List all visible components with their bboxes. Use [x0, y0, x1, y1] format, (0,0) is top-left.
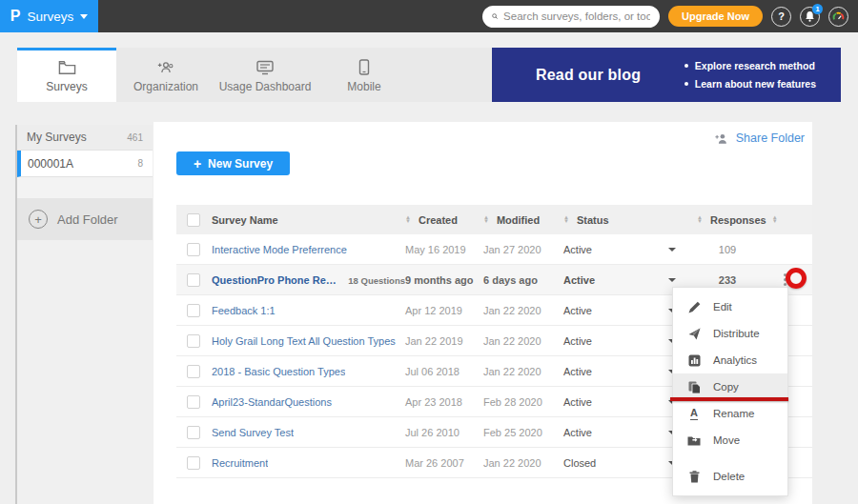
status-cell: Active	[563, 244, 668, 255]
created-cell: Apr 12 2019	[405, 305, 483, 316]
survey-name-link[interactable]: 2018 - Basic Question Types	[212, 366, 345, 377]
tab-mobile[interactable]: Mobile	[315, 48, 414, 102]
survey-name-link[interactable]: Feedback 1:1	[212, 305, 276, 316]
modified-cell: Feb 28 2020	[483, 396, 563, 408]
header-status[interactable]: Status	[563, 214, 668, 226]
table-row[interactable]: Interactive Mode Preferrence May 16 2019…	[176, 234, 812, 265]
row-checkbox[interactable]	[187, 426, 200, 439]
banner-bullets: Explore research method Learn about new …	[684, 60, 816, 90]
usage-meter-button[interactable]	[828, 7, 848, 27]
product-menu[interactable]: P Surveys	[0, 0, 98, 32]
survey-name-link[interactable]: April23-StandarQuestions	[212, 396, 332, 408]
created-cell: Jul 06 2018	[405, 366, 483, 377]
help-button[interactable]: ?	[771, 7, 791, 27]
status-cell: Active	[563, 427, 668, 438]
sort-icon[interactable]	[563, 216, 569, 223]
top-bar: P Surveys Upgrade Now ? 1	[0, 0, 858, 32]
phone-icon	[358, 59, 370, 75]
bar-chart-icon	[687, 354, 701, 367]
tab-label: Mobile	[347, 80, 380, 93]
sort-icon[interactable]	[405, 216, 411, 223]
header-responses[interactable]: Responses	[697, 214, 758, 226]
header-created[interactable]: Created	[405, 214, 483, 226]
menu-item-rename[interactable]: A Rename	[673, 400, 787, 427]
created-cell: Jul 26 2010	[405, 427, 483, 438]
menu-item-delete[interactable]: Delete	[673, 463, 787, 490]
sidebar-spacer	[17, 177, 153, 198]
survey-name-link[interactable]: Send Survey Test	[212, 427, 294, 438]
select-all-checkbox[interactable]	[187, 213, 200, 227]
survey-name-link[interactable]: QuestionPro Phone Research	[212, 274, 341, 286]
question-mark-icon: ?	[778, 10, 785, 22]
new-survey-label: New Survey	[208, 157, 273, 171]
status-cell: Active	[563, 274, 668, 286]
menu-item-distribute[interactable]: Distribute	[673, 320, 787, 347]
notifications-button[interactable]: 1	[800, 7, 820, 27]
menu-item-analytics[interactable]: Analytics	[673, 347, 787, 373]
menu-item-edit[interactable]: Edit	[673, 293, 787, 320]
created-cell: Mar 26 2007	[405, 457, 483, 469]
share-person-icon	[714, 132, 729, 145]
survey-name-link[interactable]: Interactive Mode Preferrence	[212, 244, 347, 255]
menu-item-copy[interactable]: Copy	[673, 373, 787, 400]
blog-banner[interactable]: Read our blog Explore research method Le…	[492, 48, 841, 102]
survey-name-link[interactable]: Holy Grail Long Text All Question Types	[212, 335, 396, 347]
status-dropdown-caret[interactable]	[668, 248, 676, 252]
responses-cell: 233	[697, 274, 758, 286]
header-survey-name[interactable]: Survey Name	[212, 214, 405, 226]
header-modified[interactable]: Modified	[483, 214, 563, 226]
global-search[interactable]	[482, 6, 660, 28]
new-survey-button[interactable]: + New Survey	[176, 151, 290, 175]
status-dropdown-caret[interactable]	[668, 278, 676, 282]
folder-count: 461	[127, 132, 143, 143]
share-folder-label: Share Folder	[736, 131, 805, 145]
search-input[interactable]	[503, 10, 650, 22]
status-cell: Closed	[563, 457, 668, 469]
row-checkbox[interactable]	[187, 273, 200, 287]
bullet-icon	[684, 82, 688, 86]
tab-usage-dashboard[interactable]: Usage Dashboard	[215, 48, 315, 102]
upgrade-now-button[interactable]: Upgrade Now	[668, 6, 763, 27]
row-checkbox[interactable]	[187, 456, 200, 470]
row-checkbox[interactable]	[187, 334, 200, 348]
survey-name-link[interactable]: Recruitment	[212, 457, 268, 469]
tab-label: Organization	[133, 80, 198, 93]
trash-icon	[687, 471, 701, 483]
add-people-icon	[156, 60, 175, 75]
annotation-circle-more-menu	[786, 268, 807, 289]
main-tabs: Surveys Organization Usage Dashboard Mob…	[17, 48, 492, 102]
sort-icon[interactable]	[697, 216, 703, 223]
tab-organization[interactable]: Organization	[116, 48, 215, 102]
sort-icon[interactable]	[772, 216, 778, 223]
folder-move-icon	[687, 434, 701, 446]
status-cell: Active	[563, 366, 668, 377]
row-checkbox[interactable]	[187, 395, 200, 409]
annotation-underline-copy	[670, 397, 788, 401]
sidebar-item-000001a[interactable]: 000001A 8	[17, 151, 153, 177]
folders-sidebar: My Surveys 461 000001A 8 + Add Folder	[15, 125, 153, 504]
plus-icon: +	[194, 157, 201, 171]
row-checkbox[interactable]	[187, 243, 200, 256]
add-folder-button[interactable]: + Add Folder	[17, 198, 153, 240]
status-cell: Active	[563, 305, 668, 316]
sort-icon[interactable]	[483, 216, 489, 223]
menu-item-move[interactable]: Move	[673, 427, 787, 454]
tab-surveys[interactable]: Surveys	[17, 48, 116, 102]
created-cell: Apr 23 2018	[405, 396, 483, 408]
folder-icon	[58, 60, 76, 75]
surveys-dashboard: P Surveys Upgrade Now ? 1	[0, 0, 858, 504]
notification-count-badge: 1	[812, 4, 823, 14]
sidebar-item-my-surveys[interactable]: My Surveys 461	[17, 125, 153, 151]
modified-cell: Jan 22 2020	[483, 366, 563, 377]
created-cell: 9 months ago	[405, 274, 483, 286]
pencil-icon	[687, 301, 701, 313]
modified-cell: Jan 27 2020	[483, 244, 563, 255]
share-folder-link[interactable]: Share Folder	[714, 131, 805, 145]
tab-label: Usage Dashboard	[219, 80, 312, 93]
folder-count: 8	[137, 158, 143, 169]
add-folder-label: Add Folder	[57, 212, 118, 227]
topbar-actions: Upgrade Now ? 1	[482, 6, 858, 28]
table-header-row: Survey Name Created Modified Status Resp…	[176, 205, 812, 234]
row-checkbox[interactable]	[187, 304, 200, 317]
row-checkbox[interactable]	[187, 365, 200, 378]
